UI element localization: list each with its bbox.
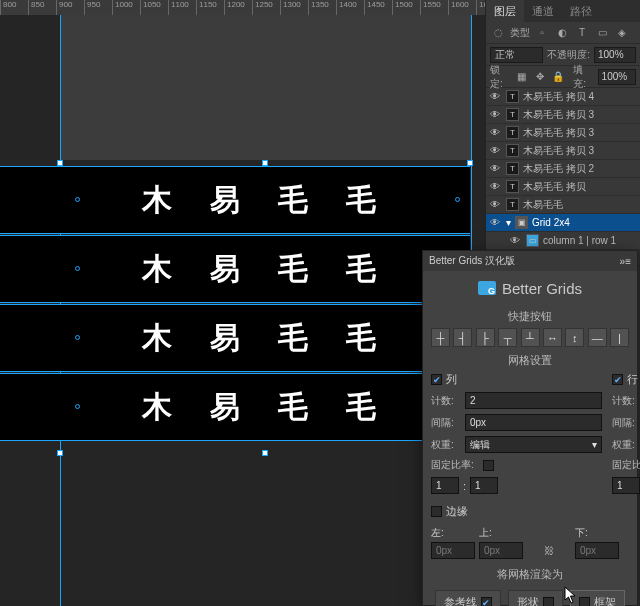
align-bottom-icon[interactable]: ┴	[521, 328, 540, 347]
margin-bottom-input[interactable]	[575, 542, 619, 559]
margin-top-input[interactable]	[479, 542, 523, 559]
search-icon[interactable]: ◌	[490, 25, 506, 41]
visibility-icon[interactable]: 👁	[488, 145, 502, 156]
lock-all-icon[interactable]: 🔒	[551, 69, 565, 85]
margin-left-input[interactable]	[431, 542, 475, 559]
ruler-tick: 1650	[476, 0, 485, 15]
anchor-point[interactable]	[75, 404, 80, 409]
render-frame-button[interactable]: 框架	[570, 590, 625, 606]
visibility-icon[interactable]: 👁	[488, 127, 502, 138]
row-ratio-a-input[interactable]	[612, 477, 640, 494]
opacity-input[interactable]: 100%	[594, 47, 636, 63]
chevron-down-icon: ▾	[592, 439, 597, 450]
filter-adjust-icon[interactable]: ◐	[554, 25, 570, 41]
col-count-input[interactable]	[465, 392, 602, 409]
fill-input[interactable]: 100%	[598, 69, 636, 85]
canvas-area[interactable]: 8008509009501000105011001150120012501300…	[0, 0, 485, 606]
folder-icon: ▣	[515, 216, 528, 229]
text-row-2[interactable]: 木 易 毛 毛	[0, 235, 470, 303]
layer-row[interactable]: 👁T木易毛毛 拷贝 3	[486, 106, 640, 124]
layer-row[interactable]: 👁T木易毛毛 拷贝	[486, 178, 640, 196]
ruler-tick: 1150	[196, 0, 224, 15]
anchor-point[interactable]	[75, 197, 80, 202]
margins-labels-row: 左: 上: 下:	[423, 526, 637, 540]
link-margins-icon[interactable]: ⛓	[527, 543, 571, 559]
brand-text: Better Grids	[502, 280, 582, 297]
better-grids-panel[interactable]: Better Grids 汉化版 »≡ Better Grids 快捷按钮 ┼ …	[422, 250, 638, 606]
layer-name: 木易毛毛 拷贝 4	[523, 90, 594, 104]
text-row-4[interactable]: 木 易 毛 毛	[0, 373, 470, 441]
layer-row[interactable]: 👁T木易毛毛 拷贝 3	[486, 142, 640, 160]
collapse-icon[interactable]: »≡	[620, 256, 631, 267]
ruler-tick: 1600	[448, 0, 476, 15]
shape-thumb: ▭	[526, 234, 539, 247]
col-weight-dropdown[interactable]: 编辑▾	[465, 436, 602, 453]
tab-paths[interactable]: 路径	[562, 0, 600, 22]
visibility-icon[interactable]: 👁	[508, 235, 522, 246]
ruler-tick: 1350	[308, 0, 336, 15]
filter-text-icon[interactable]: T	[574, 25, 590, 41]
render-frame-checkbox[interactable]	[579, 597, 590, 606]
rows-label: 行	[627, 372, 638, 387]
margins-checkbox[interactable]	[431, 506, 442, 517]
layer-row[interactable]: 👁T木易毛毛 拷贝 3	[486, 124, 640, 142]
layer-row[interactable]: 👁T木易毛毛 拷贝 2	[486, 160, 640, 178]
layer-row[interactable]: 👁▭column 1 | row 1	[486, 232, 640, 250]
col-ratio-b-input[interactable]	[470, 477, 498, 494]
col-ratio-checkbox[interactable]	[483, 460, 494, 471]
anchor-point[interactable]	[75, 266, 80, 271]
glyph: 木	[142, 180, 172, 221]
rows-checkbox[interactable]: ✔	[612, 374, 623, 385]
pipe-icon[interactable]: |	[610, 328, 629, 347]
anchor-point[interactable]	[75, 335, 80, 340]
transform-handle[interactable]	[57, 160, 63, 166]
visibility-icon[interactable]: 👁	[488, 181, 502, 192]
transform-handle[interactable]	[262, 160, 268, 166]
filter-smart-icon[interactable]: ◈	[614, 25, 630, 41]
visibility-icon[interactable]: 👁	[488, 163, 502, 174]
artboard-background	[60, 15, 472, 160]
transform-handle[interactable]	[262, 450, 268, 456]
transform-handle[interactable]	[57, 450, 63, 456]
ruler-tick: 1450	[364, 0, 392, 15]
distribute-h-icon[interactable]: ↔	[543, 328, 562, 347]
ruler-tick: 1400	[336, 0, 364, 15]
visibility-icon[interactable]: 👁	[488, 109, 502, 120]
ruler-tick: 950	[84, 0, 112, 15]
distribute-v-icon[interactable]: ↕	[565, 328, 584, 347]
tab-channels[interactable]: 通道	[524, 0, 562, 22]
lock-label: 锁定:	[490, 63, 510, 91]
align-center-v-icon[interactable]: ┼	[431, 328, 450, 347]
filter-shape-icon[interactable]: ▭	[594, 25, 610, 41]
anchor-point[interactable]	[455, 197, 460, 202]
visibility-icon[interactable]: 👁	[488, 217, 502, 228]
layer-row[interactable]: 👁T木易毛毛	[486, 196, 640, 214]
text-row-1[interactable]: 木 易 毛 毛	[0, 166, 470, 234]
render-guides-checkbox[interactable]: ✔	[481, 597, 492, 606]
col-gutter-input[interactable]	[465, 414, 602, 431]
tab-layers[interactable]: 图层	[486, 0, 524, 22]
text-row-3[interactable]: 木 易 毛 毛	[0, 304, 470, 372]
layer-name: 木易毛毛 拷贝	[523, 180, 586, 194]
align-left-icon[interactable]: ┤	[453, 328, 472, 347]
lock-position-icon[interactable]: ✥	[533, 69, 547, 85]
layer-group-row[interactable]: 👁▾▣Grid 2x4	[486, 214, 640, 232]
align-top-icon[interactable]: ┬	[498, 328, 517, 347]
visibility-icon[interactable]: 👁	[488, 91, 502, 102]
columns-checkbox[interactable]: ✔	[431, 374, 442, 385]
blend-mode-dropdown[interactable]: 正常	[490, 47, 543, 63]
render-shapes-button[interactable]: 形状	[508, 590, 563, 606]
render-guides-button[interactable]: 参考线 ✔	[435, 590, 501, 606]
render-shapes-checkbox[interactable]	[543, 597, 554, 606]
layer-row[interactable]: 👁T木易毛毛 拷贝 4	[486, 88, 640, 106]
transform-handle[interactable]	[467, 160, 473, 166]
panel-titlebar[interactable]: Better Grids 汉化版 »≡	[423, 251, 637, 271]
ruler-tick: 1550	[420, 0, 448, 15]
align-right-icon[interactable]: ├	[476, 328, 495, 347]
lock-pixels-icon[interactable]: ▦	[514, 69, 528, 85]
visibility-icon[interactable]: 👁	[488, 199, 502, 210]
filter-image-icon[interactable]: ▫	[534, 25, 550, 41]
minus-icon[interactable]: —	[588, 328, 607, 347]
col-ratio-a-input[interactable]	[431, 477, 459, 494]
disclosure-icon[interactable]: ▾	[506, 217, 511, 228]
